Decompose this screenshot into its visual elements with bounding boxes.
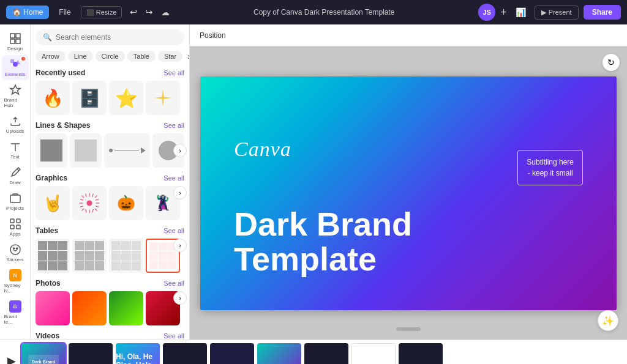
- sidebar-item-stickers[interactable]: Stickers: [2, 240, 29, 266]
- sidebar-label-elements: Elements: [5, 72, 25, 77]
- cloud-save-button[interactable]: ☁: [161, 7, 170, 17]
- svg-line-28: [96, 199, 99, 200]
- photo-item-2[interactable]: [72, 291, 107, 325]
- table-item-1[interactable]: [36, 239, 70, 273]
- sidebar-label-apps: Apps: [9, 231, 20, 237]
- shape-square-light[interactable]: [70, 133, 102, 168]
- analytics-button[interactable]: 📊: [512, 5, 530, 20]
- slide-title-line2: Template: [234, 242, 412, 277]
- lines-shapes-more[interactable]: ›: [173, 144, 187, 157]
- section-title-graphics: Graphics: [36, 174, 67, 182]
- sidebar-label-sydney: Sydney N...: [4, 283, 26, 294]
- share-button[interactable]: Share: [584, 5, 621, 20]
- recently-used-item-database[interactable]: 🗄️: [72, 81, 107, 115]
- see-all-recently[interactable]: See all: [163, 69, 184, 76]
- photo-item-3[interactable]: [109, 291, 143, 325]
- see-all-graphics[interactable]: See all: [163, 174, 184, 182]
- filmstrip-thumb-6[interactable]: 6 - Divider: [257, 343, 301, 364]
- svg-rect-11: [17, 225, 20, 229]
- undo-button[interactable]: ↩: [127, 6, 141, 19]
- magic-button[interactable]: ✨: [598, 310, 618, 331]
- slide[interactable]: Canva Dark Brand Template Subtitling her…: [200, 76, 617, 310]
- sidebar-item-apps[interactable]: Apps: [2, 215, 29, 240]
- sidebar-item-uploads[interactable]: Uploads: [2, 112, 29, 137]
- table-item-2[interactable]: [72, 239, 107, 273]
- sidebar-item-sydney[interactable]: N Sydney N...: [2, 266, 29, 297]
- elements-icon: [9, 58, 21, 70]
- see-all-tables[interactable]: See all: [163, 227, 184, 234]
- sidebar-label-text: Text: [10, 154, 20, 160]
- graphic-item-2[interactable]: [72, 186, 107, 220]
- see-all-videos[interactable]: See all: [163, 332, 184, 340]
- svg-line-29: [80, 206, 83, 207]
- plus-button[interactable]: +: [500, 6, 507, 19]
- text-icon: [9, 141, 21, 153]
- shape-line[interactable]: [104, 133, 150, 168]
- pill-star[interactable]: Star: [158, 51, 182, 62]
- refresh-button[interactable]: ↻: [603, 54, 620, 71]
- canvas-content[interactable]: Canva Dark Brand Template Subtitling her…: [190, 46, 627, 340]
- filmstrip-scroll: ▶ Dark Brand 1 - Cover 2 - Holding slide…: [0, 340, 627, 364]
- shape-square-dark[interactable]: [36, 133, 67, 168]
- sidebar-item-projects[interactable]: Projects: [2, 189, 29, 214]
- pill-more[interactable]: ›: [185, 50, 190, 62]
- photo-item-1[interactable]: [36, 291, 70, 325]
- photos-more[interactable]: ›: [173, 291, 187, 305]
- tables-more[interactable]: ›: [173, 239, 187, 252]
- pill-table[interactable]: Table: [127, 51, 156, 62]
- see-all-photos[interactable]: See all: [163, 280, 184, 287]
- lines-shapes-grid: ›: [36, 133, 184, 168]
- present-button[interactable]: ▶ Present: [535, 6, 579, 20]
- sidebar-item-elements[interactable]: Elements: [2, 55, 29, 80]
- sidebar-label-draw: Draw: [9, 180, 21, 185]
- resize-icon: ⬛: [86, 9, 94, 16]
- file-menu-button[interactable]: File: [54, 6, 75, 19]
- svg-line-27: [96, 206, 99, 207]
- sidebar-item-text[interactable]: Text: [2, 138, 29, 163]
- play-button[interactable]: ▶: [5, 352, 18, 364]
- resize-button[interactable]: ⬛ Resize: [81, 6, 122, 18]
- elements-badge: [21, 57, 25, 61]
- sidebar-item-brand-template[interactable]: B Brand te...: [2, 297, 29, 328]
- pill-line[interactable]: Line: [68, 51, 93, 62]
- graphic-item-3[interactable]: 🎃: [109, 186, 143, 220]
- table-item-3[interactable]: [109, 239, 143, 273]
- section-header-photos: Photos See all: [36, 279, 184, 288]
- pill-arrow[interactable]: Arrow: [36, 51, 66, 62]
- search-input[interactable]: [56, 33, 177, 42]
- canvas-area: Position Canva Dark Brand Template: [190, 24, 627, 340]
- filmstrip-thumb-1[interactable]: Dark Brand 1 - Cover: [21, 343, 66, 364]
- graphics-grid: 🤘: [36, 186, 184, 220]
- filmstrip-thumb-8[interactable]: 8 - Thirds: [351, 343, 396, 364]
- section-header-recently-used: Recently used See all: [36, 69, 184, 77]
- filmstrip-thumb-3[interactable]: Hi, Ola, He Ciao, Hola, 3 - Holding Slid…: [116, 343, 160, 364]
- svg-line-25: [92, 209, 93, 212]
- graphic-item-1[interactable]: 🤘: [36, 186, 70, 220]
- sidebar-item-draw[interactable]: Draw: [2, 163, 29, 188]
- section-header-videos: Videos See all: [36, 332, 184, 340]
- filmstrip-thumb-7[interactable]: 7 - Headline: [304, 343, 348, 364]
- user-avatar: JS: [478, 4, 495, 21]
- home-button[interactable]: 🏠 Home: [6, 6, 49, 19]
- slide-subtitle-text: Subtitling here- keep it small: [527, 157, 574, 179]
- svg-point-14: [16, 248, 17, 249]
- see-all-lines[interactable]: See all: [163, 122, 184, 129]
- slide-subtitle-box[interactable]: Subtitling here- keep it small: [517, 150, 583, 185]
- svg-rect-3: [16, 39, 20, 43]
- sidebar-item-brand-hub[interactable]: Brand Hub: [2, 81, 29, 111]
- filmstrip-thumb-2[interactable]: 2 - Holding slide: [69, 343, 113, 364]
- filmstrip-thumb-5[interactable]: 5 - Agenda: [210, 343, 254, 364]
- resize-label: Resize: [96, 9, 117, 16]
- sidebar-item-design[interactable]: Design: [2, 29, 29, 54]
- filmstrip-thumb-9[interactable]: 9 - Headline: [399, 343, 443, 364]
- sidebar-label-projects: Projects: [6, 206, 24, 211]
- graphics-more[interactable]: ›: [173, 186, 187, 199]
- recently-used-item-star2[interactable]: [146, 81, 180, 115]
- pill-circle[interactable]: Circle: [96, 51, 125, 62]
- recently-used-item-star[interactable]: ⭐: [109, 81, 143, 115]
- slide-main-title: Dark Brand Template: [234, 207, 412, 276]
- svg-line-30: [92, 194, 93, 197]
- filmstrip-thumb-4[interactable]: 4 - Canva: [163, 343, 207, 364]
- recently-used-item-fire[interactable]: 🔥: [36, 81, 70, 115]
- redo-button[interactable]: ↪: [142, 6, 156, 19]
